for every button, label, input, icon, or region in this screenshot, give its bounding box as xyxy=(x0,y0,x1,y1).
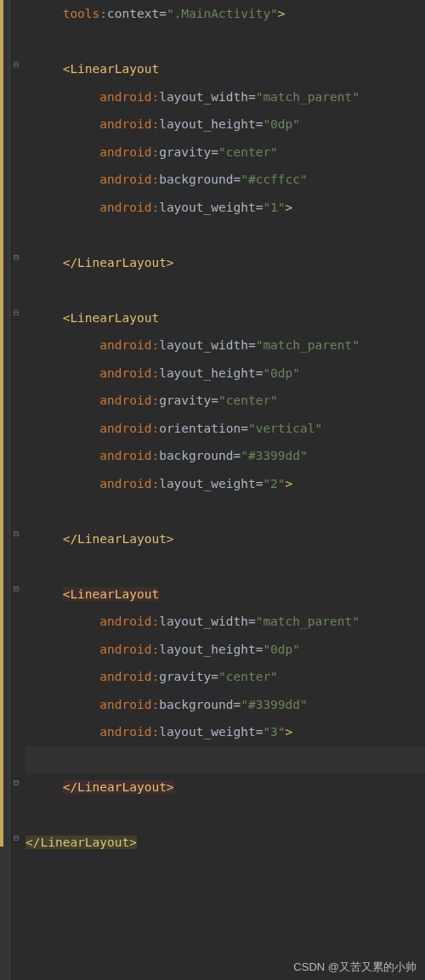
code-line xyxy=(26,802,425,830)
fold-open-icon[interactable]: ⊟ xyxy=(11,59,21,70)
code-line: android:layout_weight="3"> xyxy=(26,718,425,746)
code-line: android:background="#3399dd" xyxy=(26,691,425,719)
code-line: <LinearLayout xyxy=(26,55,425,83)
code-line: android:layout_width="match_parent" xyxy=(26,331,425,360)
code-line-caret xyxy=(26,746,425,774)
code-line xyxy=(26,276,425,304)
code-line xyxy=(26,28,425,56)
code-line xyxy=(26,552,425,581)
code-line: </LinearLayout> xyxy=(26,829,425,857)
fold-open-icon[interactable]: ⊟ xyxy=(11,584,21,594)
code-line: <LinearLayout xyxy=(26,581,425,609)
change-marker xyxy=(0,0,3,847)
fold-open-icon[interactable]: ⊟ xyxy=(11,308,21,318)
code-line: android:orientation="vertical" xyxy=(26,415,425,443)
fold-close-icon[interactable]: ⊟ xyxy=(11,778,21,788)
fold-close-icon[interactable]: ⊟ xyxy=(11,252,21,263)
code-line: android:gravity="center" xyxy=(26,139,425,167)
code-line: android:layout_width="match_parent" xyxy=(26,608,425,636)
fold-close-icon[interactable]: ⊟ xyxy=(11,833,21,843)
code-line: </LinearLayout> xyxy=(26,525,425,553)
code-line: android:layout_width="match_parent" xyxy=(26,83,425,111)
code-line: </LinearLayout> xyxy=(26,249,425,277)
watermark: CSDN @又苦又累的小帅 xyxy=(293,960,416,975)
code-line: android:background="#ccffcc" xyxy=(26,166,425,194)
gutter-left xyxy=(0,0,10,980)
fold-gutter: ⊟ ⊟ ⊟ ⊟ ⊟ ⊟ ⊟ xyxy=(12,0,22,980)
code-line: android:layout_weight="1"> xyxy=(26,194,425,222)
fold-close-icon[interactable]: ⊟ xyxy=(11,529,21,539)
code-line: android:layout_height="0dp" xyxy=(26,636,425,664)
code-line: android:layout_height="0dp" xyxy=(26,360,425,388)
code-line: </LinearLayout> xyxy=(26,773,425,802)
code-line: android:gravity="center" xyxy=(26,387,425,415)
code-line xyxy=(26,497,425,525)
code-line: android:gravity="center" xyxy=(26,663,425,691)
code-line xyxy=(26,221,425,249)
code-line: <LinearLayout xyxy=(26,304,425,332)
code-line: android:layout_height="0dp" xyxy=(26,110,425,139)
code-line: android:layout_weight="2"> xyxy=(26,470,425,498)
code-line: android:background="#3399dd" xyxy=(26,442,425,470)
code-line: tools:context=".MainActivity"> xyxy=(26,0,425,28)
code-editor[interactable]: tools:context=".MainActivity"> <LinearLa… xyxy=(26,0,425,980)
